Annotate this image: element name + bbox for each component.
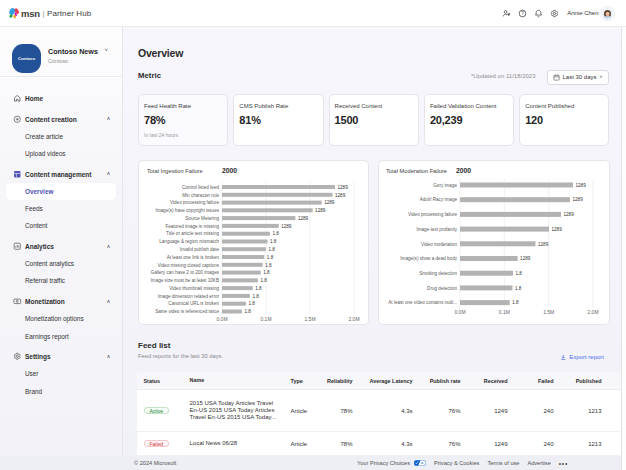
svg-text:0.0M: 0.0M: [454, 309, 465, 315]
svg-text:0.0M: 0.0M: [216, 316, 227, 322]
svg-text:1.8: 1.8: [515, 285, 522, 290]
svg-text:1289: 1289: [338, 184, 349, 189]
svg-text:1.8: 1.8: [252, 293, 259, 298]
svg-text:2.0M: 2.0M: [587, 309, 598, 315]
svg-text:Total Moderation Failure: Total Moderation Failure: [386, 168, 447, 174]
svg-text:Gallery can have 2 to 200 imag: Gallery can have 2 to 200 images: [151, 270, 220, 275]
svg-text:1289: 1289: [538, 241, 549, 246]
svg-text:Language & region mismatch: Language & region mismatch: [159, 239, 219, 244]
svg-text:1.5M: 1.5M: [304, 316, 315, 322]
svg-text:Image(s) have copyright issues: Image(s) have copyright issues: [155, 208, 219, 213]
svg-text:1.8: 1.8: [267, 254, 274, 259]
svg-text:1289: 1289: [298, 215, 309, 220]
svg-text:1.8: 1.8: [268, 246, 275, 251]
svg-text:2000: 2000: [222, 167, 237, 174]
svg-text:Video thumbnail missing: Video thumbnail missing: [169, 285, 219, 290]
svg-text:Featured image is missing: Featured image is missing: [165, 223, 219, 228]
svg-text:1.8: 1.8: [265, 262, 272, 267]
svg-text:2000: 2000: [456, 167, 471, 174]
svg-text:1.8: 1.8: [244, 309, 251, 314]
svg-text:Image dimension related error: Image dimension related error: [158, 293, 220, 298]
svg-text:Drug detection: Drug detection: [427, 285, 457, 290]
svg-text:Min character rule: Min character rule: [182, 192, 219, 197]
svg-text:1289: 1289: [335, 192, 346, 197]
svg-text:Video processing failure: Video processing failure: [170, 200, 219, 205]
svg-text:Video missing closed captions: Video missing closed captions: [158, 262, 220, 267]
svg-text:At least one video contains nu: At least one video contains nudi...: [388, 300, 457, 305]
svg-text:At least one link is broken: At least one link is broken: [167, 254, 220, 259]
svg-text:Invalid publish date: Invalid publish date: [180, 246, 220, 251]
svg-text:1.8: 1.8: [272, 231, 279, 236]
svg-text:2.0M: 2.0M: [348, 316, 359, 322]
svg-text:Video processing failure: Video processing failure: [408, 212, 457, 217]
svg-text:1289: 1289: [324, 200, 335, 205]
svg-text:1.8: 1.8: [512, 300, 519, 305]
svg-text:Image size must be at least 10: Image size must be at least 10KB: [151, 278, 219, 283]
svg-text:1.8: 1.8: [516, 270, 523, 275]
svg-text:Smoking detection: Smoking detection: [419, 270, 457, 275]
svg-text:Same video is referenced twice: Same video is referenced twice: [155, 309, 219, 314]
svg-text:1289: 1289: [520, 256, 531, 261]
svg-text:1289: 1289: [564, 212, 575, 217]
svg-text:1.5M: 1.5M: [543, 309, 554, 315]
svg-text:1.8: 1.8: [255, 285, 262, 290]
svg-text:1289: 1289: [576, 182, 587, 187]
svg-text:Image-text profanity: Image-text profanity: [416, 226, 457, 231]
svg-text:0.1M: 0.1M: [499, 309, 510, 315]
svg-text:0.1M: 0.1M: [260, 316, 271, 322]
svg-text:1289: 1289: [573, 197, 584, 202]
svg-text:Control listed feed: Control listed feed: [182, 184, 219, 189]
svg-text:1.8: 1.8: [270, 239, 277, 244]
svg-text:1289: 1289: [552, 226, 563, 231]
svg-text:Image(s) show a dead body: Image(s) show a dead body: [400, 256, 457, 261]
svg-text:Source Metering: Source Metering: [185, 215, 219, 220]
svg-text:Title or article text missing: Title or article text missing: [166, 231, 219, 236]
svg-text:1289: 1289: [281, 223, 292, 228]
svg-text:Total Ingestion Failure: Total Ingestion Failure: [147, 168, 203, 174]
svg-text:Gory image: Gory image: [433, 182, 457, 187]
svg-text:Canonical URL is broken: Canonical URL is broken: [168, 301, 219, 306]
svg-text:1.8: 1.8: [248, 301, 255, 306]
svg-text:1289: 1289: [315, 208, 326, 213]
svg-text:1.8: 1.8: [263, 270, 270, 275]
svg-text:Video moderation: Video moderation: [421, 241, 457, 246]
svg-text:1.8: 1.8: [260, 278, 267, 283]
svg-text:Adult/ Racy image: Adult/ Racy image: [420, 197, 458, 202]
svg-text:?: ?: [521, 11, 524, 16]
